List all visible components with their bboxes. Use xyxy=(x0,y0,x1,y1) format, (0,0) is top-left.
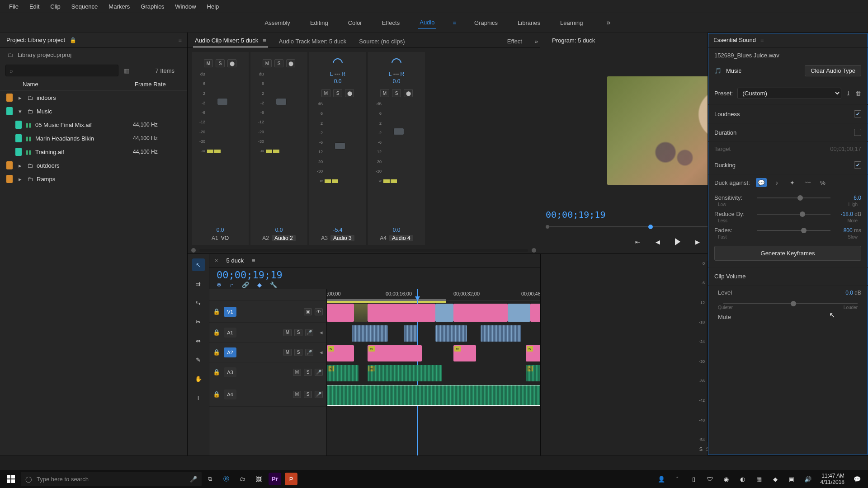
workspace-audio[interactable]: Audio xyxy=(418,16,436,29)
toggle-output-icon[interactable]: ▣ xyxy=(304,308,312,315)
audio-clip[interactable]: fx xyxy=(526,365,540,381)
tab-source[interactable]: Source: (no clips) xyxy=(357,35,406,47)
audio-clip[interactable] xyxy=(481,325,521,342)
menu-edit[interactable]: Edit xyxy=(25,1,44,12)
lock-icon[interactable]: 🔒 xyxy=(213,308,220,315)
volume-icon[interactable]: 🔊 xyxy=(800,471,816,487)
close-sequence-icon[interactable]: × xyxy=(215,257,218,264)
video-clip[interactable] xyxy=(354,304,368,322)
disclosure-icon[interactable]: ▾ xyxy=(17,108,23,115)
audio-clip-selected[interactable] xyxy=(327,385,540,406)
mute-button[interactable]: M xyxy=(204,59,213,67)
video-clip[interactable] xyxy=(453,304,508,322)
hand-tool[interactable]: ✋ xyxy=(192,372,205,385)
pen-tool[interactable]: ✎ xyxy=(192,353,205,366)
eye-icon[interactable]: 👁 xyxy=(315,308,323,315)
sequence-tab[interactable]: 5 duck xyxy=(225,255,245,266)
audio-clip[interactable]: fx xyxy=(368,345,422,361)
workspace-learning[interactable]: Learning xyxy=(558,17,585,29)
audio-clip[interactable]: fx xyxy=(327,345,354,361)
tree-row-ramps[interactable]: ▸🗀Ramps xyxy=(0,172,187,186)
people-icon[interactable]: 👤 xyxy=(653,471,670,487)
menu-help[interactable]: Help xyxy=(203,1,224,12)
track-toggle-v1[interactable]: V1 xyxy=(224,307,236,317)
tab-audio-clip-mixer[interactable]: Audio Clip Mixer: 5 duck≡ xyxy=(193,34,268,47)
track-header-v1[interactable]: 🔒V1▣👁 xyxy=(209,301,326,323)
tree-row-audio1[interactable]: ▮▮05 Music Final Mix.aif44,100 Hz xyxy=(0,118,187,131)
razor-tool[interactable]: ✂ xyxy=(192,315,205,328)
tray-icon[interactable]: ◐ xyxy=(735,471,751,487)
workspace-color[interactable]: Color xyxy=(346,17,364,29)
step-forward-button[interactable]: ▶ xyxy=(691,235,704,248)
mixer-overflow-icon[interactable]: » xyxy=(533,35,540,47)
panel-menu-icon[interactable]: ≡ xyxy=(178,37,182,43)
play-button[interactable] xyxy=(671,235,684,248)
solo-left[interactable]: S xyxy=(699,446,703,452)
sensitivity-slider[interactable] xyxy=(757,197,830,198)
video-clip[interactable] xyxy=(508,304,530,322)
fades-value[interactable]: 800 xyxy=(844,227,853,234)
explorer-icon[interactable]: 🗂 xyxy=(234,471,250,487)
windows-taskbar[interactable]: ◯Type here to search🎤 ⧉ ⓔ 🗂 🖼 Pr P 👤 ˄ ▯… xyxy=(0,470,868,488)
tree-row-indoors[interactable]: ▸🗀indoors xyxy=(0,91,187,104)
menu-sequence[interactable]: Sequence xyxy=(67,1,103,12)
record-button[interactable]: ⬤ xyxy=(227,59,236,67)
save-preset-icon[interactable]: ⤓ xyxy=(846,90,851,97)
magnet-icon[interactable]: ∩ xyxy=(230,282,234,288)
security-icon[interactable]: 🛡 xyxy=(702,471,718,487)
duration-checkbox[interactable] xyxy=(854,129,861,136)
tab-audio-track-mixer[interactable]: Audio Track Mixer: 5 duck xyxy=(277,35,349,47)
menu-bar[interactable]: File Edit Clip Sequence Markers Graphics… xyxy=(0,0,868,13)
powerpoint-icon[interactable]: P xyxy=(283,471,299,487)
track-header-a4[interactable]: 🔒A4MS🎤 xyxy=(209,382,326,407)
project-search-input[interactable]: ⌕ xyxy=(5,65,118,76)
duck-ambience-icon[interactable]: 〰 xyxy=(802,178,813,187)
tray-chevron-icon[interactable]: ˄ xyxy=(670,471,686,487)
mic-icon[interactable]: 🎤 xyxy=(305,329,313,336)
preset-dropdown[interactable]: (Custom) xyxy=(737,88,841,99)
mic-icon[interactable]: 🎤 xyxy=(190,476,197,483)
channel-value[interactable]: 0.0 xyxy=(217,227,224,233)
video-clip[interactable] xyxy=(435,304,453,322)
taskbar-clock[interactable]: 11:47 AM4/11/2018 xyxy=(816,473,849,486)
tree-row-music[interactable]: ▾🗀Music xyxy=(0,104,187,118)
app-icon[interactable]: 🖼 xyxy=(250,471,267,487)
pan-knob[interactable] xyxy=(389,56,403,70)
audio-clip[interactable]: fx xyxy=(526,345,540,361)
audio-clip[interactable]: fx xyxy=(368,365,442,381)
duck-music-icon[interactable]: ♪ xyxy=(771,178,782,187)
dropbox-icon[interactable]: ◆ xyxy=(767,471,783,487)
premiere-icon[interactable]: Pr xyxy=(267,471,283,487)
pan-knob[interactable] xyxy=(330,56,344,70)
marker-icon[interactable]: ◆ xyxy=(257,282,262,288)
tray-icon[interactable]: ▣ xyxy=(783,471,800,487)
workspace-graphicstab[interactable]: Graphics xyxy=(472,17,500,29)
menu-markers[interactable]: Markers xyxy=(104,1,134,12)
notifications-icon[interactable]: 💬 xyxy=(849,471,865,487)
sensitivity-value[interactable]: 6.0 xyxy=(834,195,861,201)
audio-clip[interactable]: fx xyxy=(453,345,476,361)
loudness-checkbox[interactable]: ✔ xyxy=(854,110,861,117)
video-clip[interactable] xyxy=(368,304,435,322)
mixer-scrollbar[interactable] xyxy=(188,247,540,253)
track-select-tool[interactable]: ⇉ xyxy=(192,277,205,290)
audio-clip[interactable] xyxy=(352,325,388,342)
duck-dialogue-icon[interactable]: 💬 xyxy=(756,178,767,187)
menu-graphics[interactable]: Graphics xyxy=(136,1,169,12)
reduce-value[interactable]: -18.0 xyxy=(841,211,853,217)
tree-row-audio2[interactable]: ▮▮Marin Headlands Bikin44,100 Hz xyxy=(0,131,187,145)
workspace-overflow-icon[interactable]: » xyxy=(607,19,611,27)
channel-name[interactable]: VO xyxy=(221,235,229,241)
bin-icon[interactable]: ▥ xyxy=(124,67,129,74)
fades-slider[interactable] xyxy=(757,230,830,231)
type-tool[interactable]: T xyxy=(192,391,205,404)
fader-handle[interactable] xyxy=(217,98,228,105)
duck-sfx-icon[interactable]: ✦ xyxy=(787,178,797,187)
program-timecode[interactable]: 00;00;19;19 xyxy=(546,209,605,220)
tray-icon[interactable]: ▦ xyxy=(751,471,767,487)
menu-clip[interactable]: Clip xyxy=(46,1,65,12)
start-button[interactable] xyxy=(3,471,19,487)
lock-icon[interactable]: 🔒 xyxy=(70,37,76,43)
generate-keyframes-button[interactable]: Generate Keyframes xyxy=(714,246,861,261)
ducking-checkbox[interactable]: ✔ xyxy=(854,161,861,169)
